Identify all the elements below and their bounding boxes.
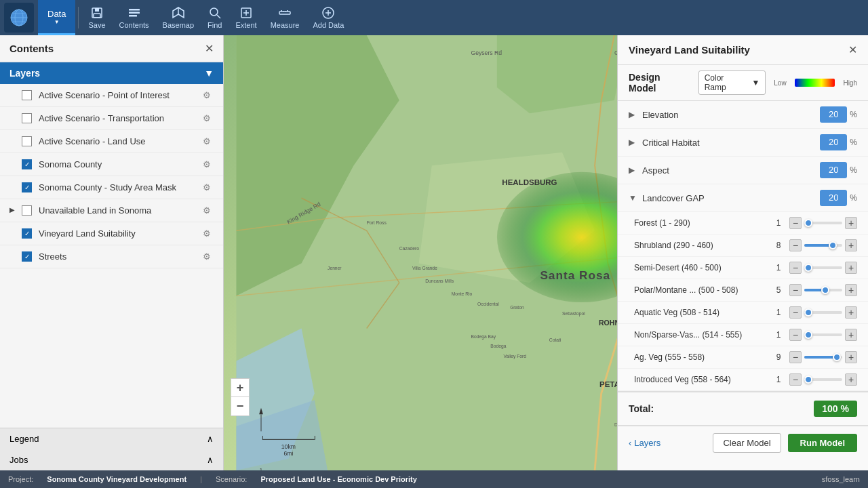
ramp-high-label: High	[843, 79, 857, 87]
layers-chevron-icon: ▼	[204, 68, 214, 79]
contents-close-button[interactable]: ✕	[205, 42, 214, 55]
layer-settings-icon[interactable]: ⚙	[200, 204, 214, 217]
slider-minus-button[interactable]: −	[789, 239, 802, 251]
slider-agveg[interactable]: − +	[789, 351, 857, 363]
contents-button[interactable]: Contents	[113, 0, 156, 35]
slider-track[interactable]	[804, 311, 842, 314]
aspect-label: Aspect	[642, 165, 820, 176]
slider-track[interactable]	[804, 266, 842, 269]
slider-aquatic[interactable]: − +	[789, 306, 857, 319]
slider-nonsparse[interactable]: − +	[789, 329, 857, 341]
toolbar: Data ▼ Save Contents Basemap	[0, 0, 868, 35]
layer-item[interactable]: Active Scenario - Transportation ⚙	[0, 107, 223, 130]
critical-habitat-expand-icon: ▶	[629, 138, 637, 147]
layer-settings-icon[interactable]: ⚙	[200, 181, 214, 194]
legend-section[interactable]: Legend ∧	[0, 428, 223, 449]
landcover-gap-label: Landcover GAP	[642, 193, 820, 203]
aspect-pct: %	[850, 165, 857, 175]
extent-button[interactable]: Extent	[229, 0, 263, 35]
layer-item[interactable]: Active Scenario - Point of Interest ⚙	[0, 84, 223, 107]
aspect-row[interactable]: ▶ Aspect 20 %	[618, 157, 868, 184]
layer-item[interactable]: Sonoma County - Study Area Mask ⚙	[0, 176, 223, 199]
layer-item[interactable]: Streets ⚙	[0, 245, 223, 268]
layer-item[interactable]: Vineyard Land Suitability ⚙	[0, 222, 223, 245]
slider-track[interactable]	[804, 356, 842, 359]
layer-item[interactable]: Sonoma County ⚙	[0, 153, 223, 176]
total-value: 100 %	[814, 401, 857, 417]
lc-label: Polar/Montane ... (500 - 508)	[634, 285, 772, 295]
elevation-row[interactable]: ▶ Elevation 20 %	[618, 101, 868, 129]
slider-minus-button[interactable]: −	[789, 373, 802, 386]
layer-checkbox[interactable]	[22, 182, 32, 192]
layer-settings-icon[interactable]: ⚙	[200, 227, 214, 240]
slider-minus-button[interactable]: −	[789, 329, 802, 341]
layer-settings-icon[interactable]: ⚙	[200, 89, 214, 102]
slider-polar[interactable]: − +	[789, 284, 857, 296]
slider-introduced[interactable]: − +	[789, 373, 857, 386]
layer-settings-icon[interactable]: ⚙	[200, 250, 214, 263]
tab-data[interactable]: Data ▼	[38, 0, 75, 35]
slider-plus-button[interactable]: +	[845, 306, 857, 319]
slider-track[interactable]	[804, 289, 842, 291]
save-button[interactable]: Save	[81, 0, 112, 35]
layer-expand-icon	[9, 229, 19, 239]
slider-plus-button[interactable]: +	[845, 284, 857, 296]
slider-track[interactable]	[804, 378, 842, 381]
right-panel-title: Vineyard Land Suitability	[629, 44, 750, 56]
layer-settings-icon[interactable]: ⚙	[200, 135, 214, 148]
layers-link[interactable]: ‹ Layers	[629, 438, 706, 448]
slider-track[interactable]	[804, 244, 842, 247]
slider-plus-button[interactable]: +	[845, 217, 857, 229]
legend-chevron-icon: ∧	[207, 434, 214, 444]
run-model-button[interactable]: Run Model	[788, 434, 857, 452]
slider-minus-button[interactable]: −	[789, 351, 802, 363]
critical-habitat-row[interactable]: ▶ Critical Habitat 20 %	[618, 129, 868, 157]
layers-header[interactable]: Layers ▼	[0, 62, 223, 84]
slider-track[interactable]	[804, 222, 842, 224]
color-ramp-selector[interactable]: Color Ramp ▼	[698, 70, 766, 95]
layer-checkbox[interactable]	[22, 159, 32, 169]
landcover-row: Introduced Veg (558 - 564) 1 − +	[618, 369, 868, 391]
svg-point-13	[210, 8, 218, 16]
right-panel-close-button[interactable]: ✕	[848, 43, 857, 56]
lc-value: 1	[772, 330, 785, 340]
slider-minus-button[interactable]: −	[789, 217, 802, 229]
layer-checkbox[interactable]	[22, 136, 32, 146]
measure-button[interactable]: Measure	[264, 0, 307, 35]
layer-name: Active Scenario - Land Use	[39, 136, 200, 146]
layer-checkbox[interactable]	[22, 113, 32, 123]
layer-item[interactable]: Active Scenario - Land Use ⚙	[0, 130, 223, 153]
slider-track[interactable]	[804, 333, 842, 336]
slider-plus-button[interactable]: +	[845, 329, 857, 341]
slider-plus-button[interactable]: +	[845, 262, 857, 274]
lc-value: 1	[772, 375, 785, 384]
layer-checkbox[interactable]	[22, 228, 32, 239]
layer-item[interactable]: ▶ Unavailable Land in Sonoma ⚙	[0, 199, 223, 222]
slider-minus-button[interactable]: −	[789, 284, 802, 296]
zoom-in-button[interactable]: +	[231, 378, 250, 397]
slider-plus-button[interactable]: +	[845, 239, 857, 251]
svg-text:Graton: Graton	[510, 305, 524, 310]
slider-forest[interactable]: − +	[789, 217, 857, 229]
landcover-gap-row[interactable]: ▼ Landcover GAP 20 %	[618, 184, 868, 212]
basemap-button[interactable]: Basemap	[156, 0, 201, 35]
layer-checkbox[interactable]	[22, 205, 32, 216]
zoom-out-button[interactable]: −	[231, 397, 250, 416]
slider-plus-button[interactable]: +	[845, 373, 857, 386]
layer-settings-icon[interactable]: ⚙	[200, 158, 214, 171]
landcover-row: Semi-Desert (460 - 500) 1 − +	[618, 257, 868, 279]
add-data-button[interactable]: Add Data	[306, 0, 351, 35]
layer-checkbox[interactable]	[22, 90, 32, 100]
slider-semi-desert[interactable]: − +	[789, 262, 857, 274]
layer-settings-icon[interactable]: ⚙	[200, 112, 214, 125]
find-button[interactable]: Find	[201, 0, 229, 35]
svg-text:King Ridge Rd: King Ridge Rd	[285, 201, 321, 226]
clear-model-button[interactable]: Clear Model	[713, 433, 781, 453]
slider-minus-button[interactable]: −	[789, 306, 802, 319]
slider-minus-button[interactable]: −	[789, 262, 802, 274]
slider-shrubland[interactable]: − +	[789, 239, 857, 251]
svg-text:Cazadero: Cazadero	[399, 246, 419, 251]
slider-plus-button[interactable]: +	[845, 351, 857, 363]
jobs-section[interactable]: Jobs ∧	[0, 449, 223, 470]
layer-checkbox[interactable]	[22, 251, 32, 262]
